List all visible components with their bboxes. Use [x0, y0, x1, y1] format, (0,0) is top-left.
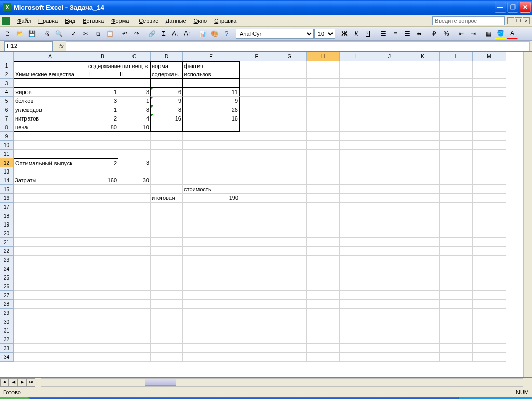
- cell[interactable]: [440, 220, 473, 229]
- cell[interactable]: [240, 105, 273, 114]
- cell[interactable]: [473, 123, 506, 132]
- cell[interactable]: [273, 264, 307, 273]
- cell[interactable]: [406, 141, 440, 150]
- fill-color-icon[interactable]: 🪣: [495, 28, 506, 39]
- column-header[interactable]: I: [340, 52, 373, 61]
- cell[interactable]: [373, 150, 406, 158]
- cell[interactable]: [473, 141, 506, 150]
- cell[interactable]: [340, 238, 373, 247]
- cell[interactable]: [440, 326, 473, 335]
- cell[interactable]: [14, 211, 87, 220]
- cell[interactable]: [240, 176, 273, 185]
- cell[interactable]: [373, 238, 406, 247]
- cell[interactable]: [340, 256, 373, 264]
- sort-asc-icon[interactable]: A↓: [170, 28, 181, 39]
- cell[interactable]: [340, 353, 373, 362]
- row-header[interactable]: 24: [0, 264, 14, 273]
- cell[interactable]: [307, 264, 340, 273]
- cell[interactable]: [273, 176, 307, 185]
- cell[interactable]: [151, 309, 183, 317]
- cell[interactable]: [406, 88, 440, 97]
- menu-item[interactable]: Вид: [61, 16, 79, 25]
- cell[interactable]: [440, 335, 473, 344]
- cell[interactable]: [87, 247, 118, 256]
- cell[interactable]: [373, 256, 406, 264]
- column-header[interactable]: B: [87, 52, 118, 61]
- vertical-scrollbar[interactable]: [523, 52, 532, 377]
- cell[interactable]: [473, 97, 506, 105]
- cell[interactable]: [307, 291, 340, 300]
- row-header[interactable]: 22: [0, 247, 14, 256]
- cell[interactable]: 9: [183, 97, 240, 105]
- cell[interactable]: [473, 105, 506, 114]
- cell[interactable]: [340, 291, 373, 300]
- cell[interactable]: [340, 282, 373, 291]
- cell[interactable]: [240, 88, 273, 97]
- align-right-icon[interactable]: ☰: [402, 28, 413, 39]
- cell[interactable]: [373, 185, 406, 194]
- cell[interactable]: содержан.: [151, 70, 183, 79]
- cell[interactable]: [87, 309, 118, 317]
- row-header[interactable]: 16: [0, 194, 14, 203]
- row-header[interactable]: 18: [0, 211, 14, 220]
- column-header[interactable]: C: [118, 52, 151, 61]
- maximize-button[interactable]: ❐: [507, 2, 518, 13]
- cell[interactable]: [307, 88, 340, 97]
- cell[interactable]: [14, 300, 87, 309]
- cell[interactable]: [473, 353, 506, 362]
- cell[interactable]: [87, 335, 118, 344]
- cell[interactable]: [183, 220, 240, 229]
- cell[interactable]: [307, 326, 340, 335]
- row-header[interactable]: 12: [0, 158, 14, 167]
- cell[interactable]: 1: [118, 97, 151, 105]
- cell[interactable]: 2: [87, 114, 118, 123]
- cell[interactable]: [406, 123, 440, 132]
- cell[interactable]: 11: [183, 88, 240, 97]
- cell[interactable]: [307, 273, 340, 282]
- cell[interactable]: [406, 317, 440, 326]
- cell[interactable]: [14, 229, 87, 238]
- cell[interactable]: [340, 123, 373, 132]
- column-header[interactable]: A: [14, 52, 87, 61]
- cell[interactable]: [473, 282, 506, 291]
- cell[interactable]: [273, 335, 307, 344]
- cell[interactable]: [151, 264, 183, 273]
- cell[interactable]: [14, 264, 87, 273]
- row-header[interactable]: 14: [0, 176, 14, 185]
- cell[interactable]: [307, 132, 340, 141]
- cell[interactable]: [340, 158, 373, 167]
- cell[interactable]: [340, 176, 373, 185]
- cell[interactable]: [440, 203, 473, 211]
- cell[interactable]: [151, 150, 183, 158]
- font-name-combo[interactable]: Arial Cyr: [236, 29, 314, 39]
- cell[interactable]: [87, 300, 118, 309]
- cell[interactable]: [273, 211, 307, 220]
- cell[interactable]: [440, 238, 473, 247]
- cell[interactable]: [118, 326, 151, 335]
- column-header[interactable]: M: [473, 52, 506, 61]
- menu-item[interactable]: Файл: [14, 16, 35, 25]
- merge-icon[interactable]: ⬌: [414, 28, 425, 39]
- cell[interactable]: [118, 220, 151, 229]
- cell[interactable]: [440, 150, 473, 158]
- cell[interactable]: [183, 79, 240, 88]
- cell[interactable]: [87, 317, 118, 326]
- cell[interactable]: [273, 150, 307, 158]
- cell[interactable]: [151, 335, 183, 344]
- cell[interactable]: [307, 203, 340, 211]
- cell[interactable]: цена: [14, 123, 87, 132]
- cell[interactable]: [406, 229, 440, 238]
- column-header[interactable]: D: [151, 52, 183, 61]
- cell[interactable]: [340, 141, 373, 150]
- cell[interactable]: [87, 273, 118, 282]
- cell[interactable]: [273, 61, 307, 70]
- cell[interactable]: [240, 97, 273, 105]
- row-header[interactable]: 28: [0, 300, 14, 309]
- cell[interactable]: [151, 167, 183, 176]
- cell[interactable]: [307, 317, 340, 326]
- row-header[interactable]: 6: [0, 105, 14, 114]
- cell[interactable]: [473, 211, 506, 220]
- cell[interactable]: [151, 238, 183, 247]
- menu-item[interactable]: Вставка: [79, 16, 108, 25]
- cell[interactable]: [183, 326, 240, 335]
